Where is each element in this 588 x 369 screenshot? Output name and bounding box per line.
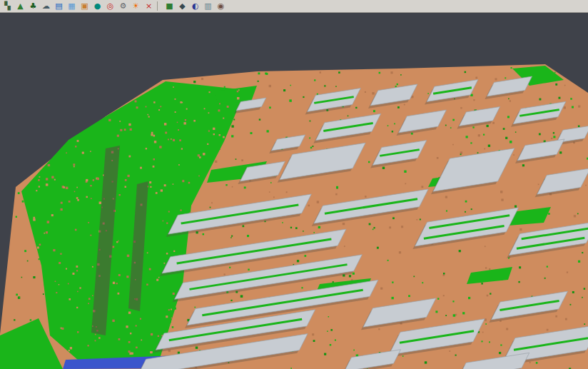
pointcloud-scene [0, 13, 588, 369]
cloud-icon-button[interactable]: ☁ [40, 1, 52, 11]
layers-icon-button[interactable]: ▤ [53, 1, 65, 11]
swatch-icon-button[interactable]: ■ [163, 1, 176, 11]
camera-icon-button[interactable]: ◉ [215, 1, 227, 11]
application-window: ▚▲♣☁▤▦▣●◎⚙☀×■◆◐▥◉ [0, 0, 588, 369]
globe-icon-button[interactable]: ● [91, 1, 103, 11]
swatch-icon: ■ [166, 1, 173, 11]
gear-icon: ⚙ [120, 1, 127, 11]
cube-icon: ▣ [81, 1, 88, 11]
target-icon: ◎ [107, 1, 114, 11]
viewport-3d[interactable] [0, 13, 588, 369]
sun-icon: ☀ [133, 1, 140, 11]
world-icon-button[interactable]: ◐ [189, 1, 201, 11]
trees-icon-button[interactable]: ♣ [27, 1, 39, 11]
sun-icon-button[interactable]: ☀ [130, 1, 142, 11]
toolbar-separator [157, 1, 161, 11]
terrain-icon: ▲ [17, 1, 23, 11]
world-icon: ◐ [192, 1, 199, 11]
cube-icon-button[interactable]: ▣ [78, 1, 91, 11]
camera-icon: ◉ [218, 1, 225, 11]
box-icon: ◆ [179, 1, 185, 11]
layers-icon: ▤ [55, 1, 62, 11]
globe-icon: ● [94, 1, 101, 11]
close-icon: × [146, 1, 152, 11]
box-icon-button[interactable]: ◆ [176, 1, 188, 11]
terrain-icon-button[interactable]: ▲ [14, 1, 26, 11]
toolbar: ▚▲♣☁▤▦▣●◎⚙☀×■◆◐▥◉ [0, 0, 588, 13]
table-icon-button[interactable]: ▥ [202, 1, 214, 11]
target-icon-button[interactable]: ◎ [104, 1, 116, 11]
cloud-icon: ☁ [42, 1, 50, 11]
grid-icon: ▦ [68, 1, 75, 11]
table-icon: ▥ [204, 1, 211, 11]
trees-icon: ♣ [30, 1, 37, 11]
gear-icon-button[interactable]: ⚙ [117, 1, 129, 11]
flag-icon: ▚ [4, 1, 10, 11]
close-icon-button[interactable]: × [143, 1, 155, 11]
flag-icon-button[interactable]: ▚ [1, 1, 14, 11]
grid-icon-button[interactable]: ▦ [66, 1, 78, 11]
